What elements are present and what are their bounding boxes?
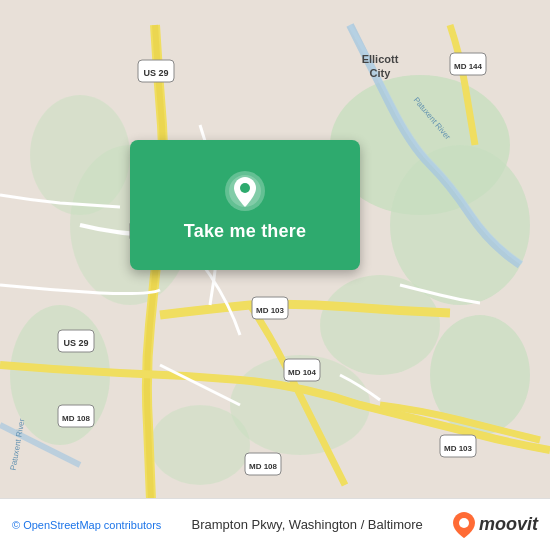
svg-point-34: [240, 183, 250, 193]
moovit-label: moovit: [479, 514, 538, 535]
svg-text:MD 103: MD 103: [444, 444, 473, 453]
svg-text:MD 108: MD 108: [62, 414, 91, 423]
moovit-logo: moovit: [453, 512, 538, 538]
svg-point-2: [390, 145, 530, 305]
svg-text:MD 144: MD 144: [454, 62, 483, 71]
map-background: US 29 US 29 US 29 MD 103 MD 104 MD 108 M…: [0, 0, 550, 550]
svg-text:MD 104: MD 104: [288, 368, 317, 377]
svg-text:MD 103: MD 103: [256, 306, 285, 315]
svg-point-9: [30, 95, 130, 215]
attribution: © OpenStreetMap contributors: [12, 519, 161, 531]
bottom-bar: © OpenStreetMap contributors Brampton Pk…: [0, 498, 550, 550]
location-pin-icon: [223, 169, 267, 213]
svg-text:Ellicott: Ellicott: [362, 53, 399, 65]
attribution-text: © OpenStreetMap contributors: [12, 519, 161, 531]
location-info: Brampton Pkwy, Washington / Baltimore: [161, 517, 453, 532]
svg-point-8: [150, 405, 250, 485]
location-name: Brampton Pkwy, Washington / Baltimore: [192, 517, 423, 532]
moovit-pin-icon: [453, 512, 475, 538]
map-container: US 29 US 29 US 29 MD 103 MD 104 MD 108 M…: [0, 0, 550, 550]
svg-text:US 29: US 29: [143, 68, 168, 78]
svg-text:US 29: US 29: [63, 338, 88, 348]
take-me-there-button[interactable]: Take me there: [184, 221, 306, 242]
svg-point-35: [459, 518, 469, 528]
svg-text:MD 108: MD 108: [249, 462, 278, 471]
svg-text:City: City: [370, 67, 392, 79]
location-card[interactable]: Take me there: [130, 140, 360, 270]
